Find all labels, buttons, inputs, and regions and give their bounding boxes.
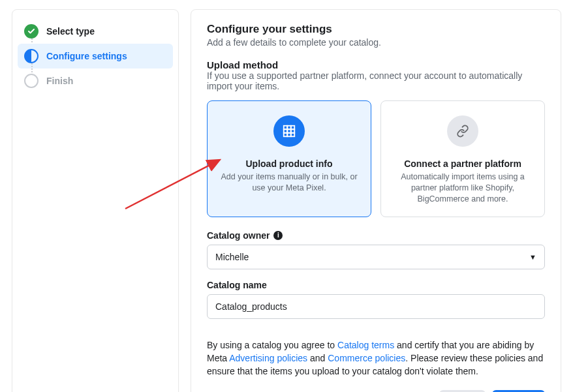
- upload-method-desc: If you use a supported partner platform,…: [207, 70, 545, 91]
- step-label: Select type: [46, 26, 95, 37]
- legal-text: By using a catalog you agree to Catalog …: [207, 339, 545, 378]
- option-connect-partner[interactable]: Connect a partner platform Automatically…: [380, 100, 545, 217]
- advertising-policies-link[interactable]: Advertising policies: [229, 353, 307, 363]
- step-label: Finish: [46, 76, 73, 86]
- empty-circle-icon: [24, 74, 39, 88]
- option-upload-product-info[interactable]: Upload product info Add your items manua…: [207, 100, 371, 217]
- create-button[interactable]: Create: [492, 390, 545, 392]
- card-desc: Automatically import items using a partn…: [393, 172, 533, 205]
- step-label: Configure settings: [46, 51, 127, 61]
- catalog-owner-select[interactable]: Michelle ▼: [207, 245, 545, 269]
- catalog-owner-label: Catalog owner i: [207, 230, 283, 241]
- step-configure-settings[interactable]: Configure settings: [18, 44, 173, 68]
- wizard-sidebar: Select type Configure settings Finish: [12, 9, 179, 392]
- step-select-type[interactable]: Select type: [18, 19, 173, 44]
- check-circle-icon: [24, 24, 39, 38]
- link-icon: [447, 115, 478, 147]
- info-icon[interactable]: i: [273, 231, 283, 240]
- select-value: Michelle: [215, 252, 249, 262]
- page-subtitle: Add a few details to complete your catal…: [207, 37, 545, 48]
- main-panel: Configure your settings Add a few detail…: [191, 9, 561, 392]
- step-finish[interactable]: Finish: [18, 68, 173, 93]
- catalog-name-label: Catalog name: [207, 280, 267, 290]
- card-title: Upload product info: [246, 158, 333, 169]
- upload-method-heading: Upload method: [207, 59, 545, 70]
- half-circle-icon: [24, 49, 39, 63]
- catalog-terms-link[interactable]: Catalog terms: [337, 340, 394, 350]
- catalog-name-input[interactable]: [207, 294, 545, 319]
- page-title: Configure your settings: [207, 23, 545, 36]
- chevron-down-icon: ▼: [529, 253, 536, 261]
- commerce-policies-link[interactable]: Commerce policies: [328, 353, 405, 363]
- card-title: Connect a partner platform: [404, 158, 521, 169]
- grid-icon: [273, 115, 305, 147]
- svg-rect-8: [287, 133, 291, 137]
- back-button[interactable]: Back: [439, 390, 486, 392]
- card-desc: Add your items manually or in bulk, or u…: [219, 172, 359, 194]
